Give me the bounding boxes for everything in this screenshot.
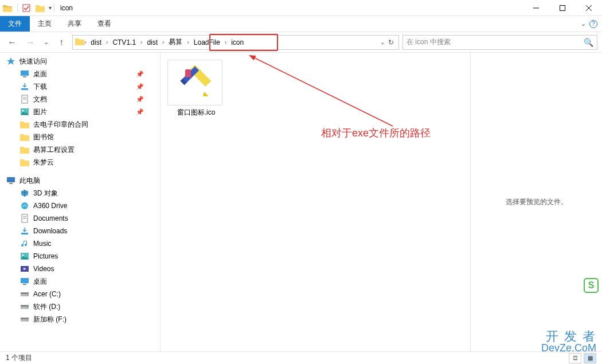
breadcrumb-item[interactable]: CTV1.1 bbox=[108, 36, 140, 49]
refresh-icon[interactable]: ↻ bbox=[388, 38, 394, 46]
nav-tree[interactable]: 快速访问 桌面📌下载📌文档📌图片📌去电子印章的合同图书馆易算工程设置朱梦云 此电… bbox=[0, 53, 161, 351]
svg-rect-5 bbox=[21, 71, 29, 76]
preview-empty-text: 选择要预览的文件。 bbox=[506, 197, 568, 207]
svg-rect-7 bbox=[21, 88, 28, 90]
nav-bar: ← → ⌄ ↑ › dist › CTV1.1 › dist › 易算 › Lo… bbox=[0, 32, 602, 53]
preview-pane: 选择要预览的文件。 bbox=[470, 53, 602, 351]
sidebar-item-label: 软件 (D:) bbox=[33, 302, 60, 312]
sidebar-item-label: 图书馆 bbox=[33, 132, 54, 142]
quick-access-header[interactable]: 快速访问 bbox=[0, 55, 160, 68]
maximize-button[interactable] bbox=[549, 0, 576, 16]
sidebar-item-label: 桌面 bbox=[33, 69, 47, 79]
sidebar-item-label: Music bbox=[33, 240, 51, 248]
breadcrumb-item[interactable]: dist bbox=[142, 36, 162, 49]
recent-dropdown[interactable]: ⌄ bbox=[41, 35, 50, 50]
search-box[interactable]: 在 icon 中搜索 🔍 bbox=[402, 35, 597, 50]
app-folder-icon bbox=[2, 3, 13, 13]
sidebar-item-label: 朱梦云 bbox=[33, 158, 54, 167]
sidebar-item[interactable]: 文档📌 bbox=[0, 93, 160, 105]
sidebar-item-label: 桌面 bbox=[33, 277, 47, 287]
tab-share[interactable]: 共享 bbox=[60, 16, 89, 32]
document-icon bbox=[19, 94, 30, 104]
file-thumbnail bbox=[167, 60, 222, 105]
download-icon bbox=[19, 226, 30, 236]
sidebar-item[interactable]: 新加称 (F:) bbox=[0, 313, 160, 326]
breadcrumb-item[interactable]: icon bbox=[226, 36, 248, 49]
sidebar-item[interactable]: 图书馆 bbox=[0, 131, 160, 143]
sidebar-item-label: 新加称 (F:) bbox=[33, 315, 67, 324]
file-item[interactable]: 窗口图标.ico bbox=[167, 60, 225, 345]
close-button[interactable] bbox=[576, 0, 602, 16]
sidebar-item[interactable]: Acer (C:) bbox=[0, 288, 160, 300]
watermark: 开 发 者 DevZe.CoM bbox=[541, 330, 596, 354]
dropdown-icon[interactable]: ▾ bbox=[49, 5, 52, 11]
sidebar-item[interactable]: Downloads bbox=[0, 225, 160, 237]
desktop-icon bbox=[19, 69, 30, 79]
separator bbox=[54, 3, 54, 13]
sidebar-item[interactable]: 图片📌 bbox=[0, 105, 160, 118]
svg-rect-0 bbox=[23, 5, 30, 11]
icons-view-button[interactable]: ▦ bbox=[584, 353, 596, 363]
drive-icon bbox=[19, 314, 30, 324]
quick-access-check-icon[interactable] bbox=[21, 3, 32, 13]
up-button[interactable]: ↑ bbox=[54, 35, 69, 50]
sidebar-item[interactable]: Videos bbox=[0, 263, 160, 275]
sidebar-item[interactable]: A360 Drive bbox=[0, 199, 160, 212]
search-placeholder: 在 icon 中搜索 bbox=[406, 37, 451, 47]
tab-home[interactable]: 主页 bbox=[30, 16, 60, 32]
forward-button[interactable]: → bbox=[23, 35, 38, 50]
svg-rect-6 bbox=[23, 76, 26, 77]
sidebar-item[interactable]: 易算工程设置 bbox=[0, 143, 160, 156]
svg-rect-26 bbox=[21, 292, 29, 294]
sidebar-item[interactable]: 软件 (D:) bbox=[0, 300, 160, 313]
sidebar-item-label: 文档 bbox=[33, 95, 47, 104]
ribbon-collapse-icon[interactable]: ⌄ bbox=[581, 20, 586, 28]
sidebar-item[interactable]: 桌面 bbox=[0, 275, 160, 288]
sidebar-item[interactable]: 朱梦云 bbox=[0, 156, 160, 169]
pin-icon: 📌 bbox=[136, 108, 144, 116]
address-bar[interactable]: › dist › CTV1.1 › dist › 易算 › LoadFile ›… bbox=[72, 35, 399, 50]
sidebar-item-label: Downloads bbox=[33, 227, 67, 235]
tab-view[interactable]: 查看 bbox=[89, 16, 119, 32]
folder-icon bbox=[19, 144, 30, 155]
drive-icon bbox=[19, 289, 30, 299]
quick-folder-icon[interactable] bbox=[35, 3, 45, 13]
sidebar-item[interactable]: 3D 对象 bbox=[0, 187, 160, 199]
sidebar-item[interactable]: Pictures bbox=[0, 250, 160, 263]
this-pc-label: 此电脑 bbox=[19, 176, 40, 186]
svg-rect-32 bbox=[21, 318, 29, 319]
svg-rect-13 bbox=[7, 177, 15, 182]
sidebar-item[interactable]: 去电子印章的合同 bbox=[0, 118, 160, 131]
back-button[interactable]: ← bbox=[5, 35, 19, 50]
svg-point-27 bbox=[27, 295, 28, 296]
svg-rect-29 bbox=[21, 305, 29, 307]
pictures-icon bbox=[19, 251, 30, 261]
music-icon bbox=[19, 238, 30, 249]
breadcrumb-item[interactable]: 易算 bbox=[164, 36, 187, 49]
sogou-ime-icon[interactable]: S bbox=[584, 278, 599, 293]
svg-rect-38 bbox=[185, 69, 191, 77]
sidebar-item[interactable]: Music bbox=[0, 237, 160, 250]
sidebar-item-label: 图片 bbox=[33, 107, 47, 117]
sidebar-item[interactable]: Documents bbox=[0, 212, 160, 225]
minimize-button[interactable] bbox=[523, 0, 549, 16]
tab-file[interactable]: 文件 bbox=[0, 16, 30, 32]
window-title: icon bbox=[60, 4, 73, 12]
breadcrumb-item[interactable]: LoadFile bbox=[189, 36, 225, 49]
watermark-line2: DevZe.CoM bbox=[541, 343, 596, 354]
breadcrumb-item[interactable]: dist bbox=[86, 36, 106, 49]
search-icon[interactable]: 🔍 bbox=[584, 38, 593, 47]
sidebar-item-label: Acer (C:) bbox=[33, 290, 61, 298]
help-icon[interactable]: ? bbox=[589, 20, 597, 28]
folder-icon bbox=[19, 157, 30, 167]
sidebar-item[interactable]: 桌面📌 bbox=[0, 68, 160, 80]
details-view-button[interactable]: ☲ bbox=[569, 353, 581, 363]
videos-icon bbox=[19, 264, 30, 274]
this-pc-header[interactable]: 此电脑 bbox=[0, 174, 160, 187]
pc-icon bbox=[6, 175, 16, 186]
quick-access-label: 快速访问 bbox=[19, 57, 47, 66]
sidebar-item[interactable]: 下载📌 bbox=[0, 80, 160, 93]
svg-rect-2 bbox=[560, 5, 565, 10]
file-list[interactable]: 窗口图标.ico bbox=[161, 53, 470, 351]
address-dropdown-icon[interactable]: ⌄ bbox=[380, 39, 385, 45]
